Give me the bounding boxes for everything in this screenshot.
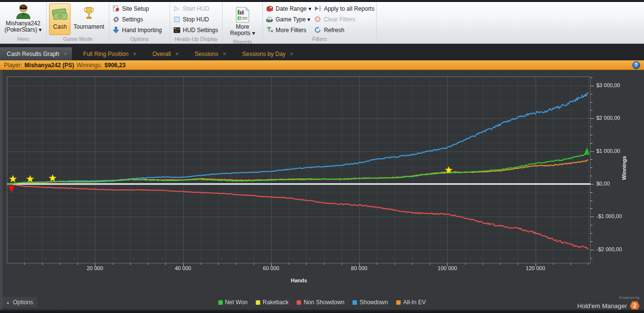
- ribbon-group-options: Site Setup Settings: [109, 2, 170, 43]
- player-name: Mishanya242 (PS): [24, 62, 74, 69]
- tab-close-icon[interactable]: ×: [133, 51, 136, 57]
- tab-sessions[interactable]: Sessions×: [188, 47, 231, 60]
- apply-all-icon: [314, 6, 321, 12]
- more-reports-label-2: Reports ▾: [230, 30, 255, 37]
- tab-overall[interactable]: Overall×: [145, 47, 183, 60]
- y-axis-title: Winnings: [621, 156, 627, 180]
- refresh-button[interactable]: Refresh: [314, 25, 374, 35]
- graph-options-label: Options: [13, 299, 33, 306]
- game-type-button[interactable]: Game Type ▾: [266, 14, 311, 24]
- tournament-mode-label: Tournament: [73, 24, 104, 30]
- ribbon-toolbar: Mishanya242 (PokerStars) ▾ Hero: [0, 2, 644, 44]
- tab-bar: Cash Results Graph×Full Ring Position×Ov…: [0, 44, 644, 60]
- settings-button[interactable]: Settings: [112, 14, 162, 24]
- tournament-mode-button[interactable]: Tournament: [71, 3, 106, 35]
- legend-item-showdown[interactable]: Showdown: [353, 299, 388, 306]
- tab-close-icon[interactable]: ×: [175, 51, 178, 57]
- date-range-button[interactable]: Date Range ▾: [266, 3, 311, 14]
- hud-settings-button[interactable]: HUD Settings: [173, 25, 218, 35]
- legend-swatch-icon: [218, 300, 223, 305]
- stop-hud-label: Stop HUD: [183, 16, 209, 23]
- legend-label: All-In EV: [403, 299, 426, 306]
- player-label: Player:: [4, 62, 22, 69]
- legend-item-net-won[interactable]: Net Won: [218, 299, 247, 306]
- ribbon-group-game-mode: Cash Tournament Game Mod: [47, 2, 109, 43]
- brand-block: Powered by Hold'em Manager 2: [577, 295, 640, 311]
- hero-site-dropdown: (PokerStars) ▾: [4, 27, 42, 33]
- cash-mode-label: Cash: [53, 24, 67, 30]
- start-hud-label: Start HUD: [183, 5, 209, 12]
- import-arrow-icon: [112, 27, 120, 34]
- brand-name: Hold'em Manager: [577, 303, 627, 309]
- tab-close-icon[interactable]: ×: [290, 51, 294, 57]
- group-label-filters: Filters: [266, 35, 373, 43]
- gear-icon: [112, 16, 120, 23]
- powered-by-text: Powered by: [577, 295, 640, 300]
- x-tick-label: 20 000: [87, 265, 103, 271]
- start-hud-button[interactable]: Start HUD: [173, 3, 218, 14]
- legend-swatch-icon: [396, 300, 400, 305]
- winnings-value: $906,23: [104, 62, 125, 69]
- ribbon-group-reports: A More Reports ▾ Reports: [223, 2, 263, 43]
- clear-filters-icon: [314, 16, 321, 22]
- more-filters-icon: [266, 27, 273, 33]
- legend-label: Non Showdown: [304, 299, 345, 306]
- game-type-icon: [266, 17, 273, 22]
- x-tick-label: 60 000: [263, 265, 279, 271]
- tab-cash-results-graph[interactable]: Cash Results Graph×: [0, 47, 72, 60]
- y-tick-label: -$1 000,00: [596, 213, 622, 219]
- hud-settings-icon: [173, 27, 180, 33]
- tab-sessions-by-day[interactable]: Sessions by Day×: [235, 47, 298, 60]
- more-reports-button[interactable]: A More Reports ▾: [228, 3, 257, 38]
- hud-settings-label: HUD Settings: [183, 27, 218, 34]
- svg-text:A: A: [239, 17, 241, 20]
- clear-filters-label: Clear Filters: [324, 16, 355, 23]
- site-setup-button[interactable]: Site Setup: [112, 3, 162, 14]
- hand-importing-label: Hand Importing: [122, 27, 162, 34]
- site-setup-icon: [112, 5, 120, 12]
- panel-edge: [0, 70, 2, 310]
- winnings-label: Winnings:: [76, 62, 102, 69]
- chart-legend: Net WonRakebackNon ShowdownShowdownAll-I…: [218, 297, 426, 308]
- more-filters-button[interactable]: More Filters: [266, 25, 311, 35]
- apply-all-reports-label: Apply to all Reports: [324, 5, 374, 12]
- tab-label: Full Ring Position: [83, 51, 128, 57]
- more-filters-label: More Filters: [276, 27, 306, 34]
- apply-all-reports-button[interactable]: Apply to all Reports: [314, 3, 374, 14]
- tab-label: Sessions: [194, 51, 218, 57]
- hand-importing-button[interactable]: Hand Importing: [112, 25, 162, 35]
- y-tick-label: $2 000,00: [596, 115, 620, 121]
- money-icon: [51, 5, 69, 24]
- tab-close-icon[interactable]: ×: [64, 51, 67, 57]
- legend-label: Net Won: [225, 299, 247, 306]
- stop-hud-button[interactable]: Stop HUD: [173, 14, 218, 24]
- y-tick-label: -$2 000,00: [596, 246, 622, 252]
- player-info-bar: Player: Mishanya242 (PS) Winnings: $906,…: [0, 60, 644, 70]
- tab-label: Overall: [152, 51, 171, 57]
- group-label-hero: Hero: [3, 35, 43, 43]
- date-range-icon: [266, 6, 273, 12]
- x-tick-label: 120 000: [526, 265, 545, 271]
- clear-filters-button[interactable]: Clear Filters: [314, 14, 374, 24]
- legend-item-all-in-ev[interactable]: All-In EV: [396, 299, 426, 306]
- legend-swatch-icon: [297, 300, 301, 305]
- tab-close-icon[interactable]: ×: [223, 51, 226, 57]
- ribbon-group-hud: Start HUD Stop HUD: [170, 2, 223, 43]
- legend-item-non-showdown[interactable]: Non Showdown: [297, 299, 345, 306]
- y-tick-label: $0,00: [596, 181, 610, 186]
- game-type-label: Game Type ▾: [276, 16, 310, 23]
- settings-label: Settings: [122, 16, 143, 23]
- site-setup-label: Site Setup: [122, 5, 149, 12]
- y-tick-label: $3 000,00: [596, 82, 620, 88]
- x-tick-label: 80 000: [351, 265, 367, 271]
- cash-mode-button[interactable]: Cash: [49, 3, 70, 35]
- hero-account-button[interactable]: Mishanya242 (PokerStars) ▾: [3, 3, 43, 35]
- graph-options-button[interactable]: ▴ Options: [2, 297, 37, 308]
- info-icon[interactable]: ?: [632, 61, 640, 69]
- tab-label: Sessions by Day: [242, 51, 285, 57]
- x-tick-label: 100 000: [438, 265, 457, 271]
- report-icon: A: [235, 5, 250, 24]
- legend-swatch-icon: [353, 300, 357, 305]
- legend-item-rakeback[interactable]: Rakeback: [256, 299, 288, 306]
- tab-full-ring-position[interactable]: Full Ring Position×: [76, 47, 141, 60]
